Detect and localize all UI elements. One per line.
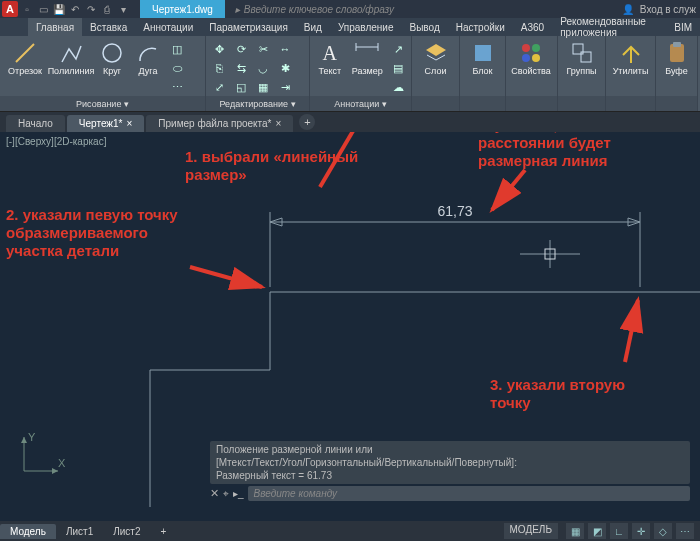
move-icon[interactable]: ✥ <box>210 41 228 57</box>
doc-tab-active[interactable]: Чертеж1*× <box>67 115 144 132</box>
table-icon[interactable]: ▤ <box>389 60 407 76</box>
app-logo[interactable]: A <box>2 1 18 17</box>
drawing-canvas[interactable]: [-][Сверху][2D-каркас] 61,73 <box>0 132 700 507</box>
panel-modify-title[interactable]: Редактирование ▾ <box>206 96 309 111</box>
tab-addins[interactable]: Настройки <box>448 18 513 36</box>
doc-tab-start[interactable]: Начало <box>6 115 65 132</box>
mirror-icon[interactable]: ⇆ <box>232 60 250 76</box>
utilities-button[interactable]: Утилиты <box>610 39 651 77</box>
svg-text:Y: Y <box>28 431 36 443</box>
array-icon[interactable]: ▦ <box>254 79 272 95</box>
svg-rect-5 <box>475 45 491 61</box>
sheet-1[interactable]: Лист1 <box>56 524 103 539</box>
qat-undo-icon[interactable]: ↶ <box>68 2 82 16</box>
tab-output[interactable]: Вывод <box>402 18 448 36</box>
cmd-prompt-marker: ▸_ <box>233 488 244 499</box>
properties-icon <box>519 39 543 67</box>
login-label[interactable]: Вход в служ <box>640 4 696 15</box>
groups-button[interactable]: Группы <box>562 39 601 77</box>
sheet-add[interactable]: + <box>151 524 177 539</box>
dimension-button[interactable]: Размер <box>350 39 385 77</box>
command-history: Положение размерной линии или [Мтекст/Те… <box>210 441 690 484</box>
doc-tab-add[interactable]: + <box>299 114 315 130</box>
ortho-toggle-icon[interactable]: ∟ <box>610 523 628 539</box>
grid-toggle-icon[interactable]: ▦ <box>566 523 584 539</box>
more-status-icon[interactable]: ⋯ <box>676 523 694 539</box>
status-bar: Модель Лист1 Лист2 + МОДЕЛЬ ▦ ◩ ∟ ✛ ◇ ⋯ <box>0 521 700 541</box>
cmd-target-icon[interactable]: ⌖ <box>223 488 229 500</box>
command-input[interactable]: Введите команду <box>248 486 690 501</box>
circle-button[interactable]: Круг <box>96 39 128 77</box>
tab-insert[interactable]: Вставка <box>82 18 135 36</box>
panel-layers-title <box>412 96 459 111</box>
tab-annotate[interactable]: Аннотации <box>135 18 201 36</box>
stretch-icon[interactable]: ⤢ <box>210 79 228 95</box>
polar-toggle-icon[interactable]: ✛ <box>632 523 650 539</box>
polyline-icon <box>59 39 83 67</box>
svg-point-6 <box>522 44 530 52</box>
doc-tab-other[interactable]: Пример файла проекта*× <box>146 115 293 132</box>
tab-featured[interactable]: Рекомендованные приложения <box>552 18 666 36</box>
sheet-2[interactable]: Лист2 <box>103 524 150 539</box>
explode-icon[interactable]: ✱ <box>276 60 294 76</box>
search-placeholder[interactable]: Введите ключевое слово/фразу <box>244 4 394 15</box>
properties-button[interactable]: Свойства <box>510 39 552 77</box>
ribbon: Отрезок Полилиния Круг Дуга ◫ ⬭ ⋯ Рисова… <box>0 36 700 112</box>
sheet-model[interactable]: Модель <box>0 524 56 539</box>
utilities-icon <box>619 39 643 67</box>
qat-redo-icon[interactable]: ↷ <box>84 2 98 16</box>
arc-icon <box>136 39 160 67</box>
polyline-button[interactable]: Полилиния <box>50 39 92 77</box>
block-button[interactable]: Блок <box>464 39 501 77</box>
tab-view[interactable]: Вид <box>296 18 330 36</box>
snap-toggle-icon[interactable]: ◩ <box>588 523 606 539</box>
qat-save-icon[interactable]: 💾 <box>52 2 66 16</box>
tab-home[interactable]: Главная <box>28 18 82 36</box>
tab-manage[interactable]: Управление <box>330 18 402 36</box>
cloud-icon[interactable]: ☁ <box>389 79 407 95</box>
panel-annot-title[interactable]: Аннотации ▾ <box>310 96 411 111</box>
svg-point-1 <box>103 44 121 62</box>
panel-draw-title[interactable]: Рисование ▾ <box>0 96 205 111</box>
fillet-icon[interactable]: ◡ <box>254 60 272 76</box>
svg-line-0 <box>16 44 34 62</box>
login-icon[interactable]: 👤 <box>622 4 634 15</box>
dimension-icon <box>354 39 380 67</box>
ribbon-tabs: Главная Вставка Аннотации Параметризация… <box>0 18 700 36</box>
osnap-toggle-icon[interactable]: ◇ <box>654 523 672 539</box>
offset-icon[interactable]: ↔ <box>276 41 294 57</box>
crosshair-cursor <box>520 240 580 268</box>
search-arrow-icon: ▸ <box>235 4 240 15</box>
qat-dropdown-icon[interactable]: ▾ <box>116 2 130 16</box>
qat-open-icon[interactable]: ▭ <box>36 2 50 16</box>
extend-icon[interactable]: ⇥ <box>276 79 294 95</box>
copy-icon[interactable]: ⎘ <box>210 60 228 76</box>
clipboard-button[interactable]: Буфе <box>660 39 693 77</box>
scale-icon[interactable]: ◱ <box>232 79 250 95</box>
line-button[interactable]: Отрезок <box>4 39 46 77</box>
close-icon[interactable]: × <box>126 118 132 129</box>
space-mode[interactable]: МОДЕЛЬ <box>504 523 558 539</box>
draw-mini-1[interactable]: ◫ <box>168 41 186 57</box>
qat-print-icon[interactable]: ⎙ <box>100 2 114 16</box>
svg-point-7 <box>532 44 540 52</box>
text-button[interactable]: A Текст <box>314 39 346 77</box>
cmd-hist-line: [Мтекст/Текст/Угол/Горизонтальный/Вертик… <box>216 456 684 469</box>
layers-button[interactable]: Слои <box>416 39 455 77</box>
rotate-icon[interactable]: ⟳ <box>232 41 250 57</box>
tab-parametric[interactable]: Параметризация <box>201 18 296 36</box>
arc-button[interactable]: Дуга <box>132 39 164 77</box>
svg-point-9 <box>532 54 540 62</box>
svg-point-8 <box>522 54 530 62</box>
qat-new-icon[interactable]: ▫ <box>20 2 34 16</box>
draw-mini-2[interactable]: ⬭ <box>168 60 186 76</box>
tab-a360[interactable]: A360 <box>513 18 552 36</box>
cmd-close-icon[interactable]: ✕ <box>210 487 219 500</box>
draw-mini-3[interactable]: ⋯ <box>168 79 186 95</box>
command-area: Положение размерной линии или [Мтекст/Те… <box>210 441 690 501</box>
leader-icon[interactable]: ↗ <box>389 41 407 57</box>
tab-bim[interactable]: BIM <box>666 18 700 36</box>
line-icon <box>13 39 37 67</box>
close-icon[interactable]: × <box>276 118 282 129</box>
trim-icon[interactable]: ✂ <box>254 41 272 57</box>
